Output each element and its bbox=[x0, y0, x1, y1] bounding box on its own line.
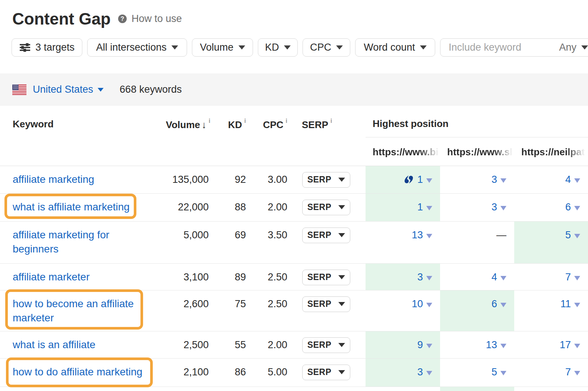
serp-dropdown-button[interactable]: SERP bbox=[302, 172, 350, 188]
chevron-down-icon[interactable] bbox=[426, 276, 432, 280]
position-cell: 13 bbox=[440, 331, 514, 358]
serp-dropdown-button[interactable]: SERP bbox=[302, 296, 350, 312]
chevron-down-icon[interactable] bbox=[574, 371, 580, 375]
position-value[interactable]: 3 bbox=[417, 366, 423, 378]
column-header-highest-position: Highest position bbox=[366, 106, 588, 137]
keyword-link[interactable]: how to do affiliate marketing bbox=[13, 366, 142, 378]
volume-cell: 22,000 bbox=[166, 193, 209, 221]
chevron-down-icon bbox=[98, 88, 104, 92]
word-count-filter-dropdown[interactable]: Word count bbox=[355, 38, 435, 57]
position-value[interactable]: 4 bbox=[565, 174, 571, 185]
table-row: what is an affiliate 2,500 55 2.00 SERP … bbox=[0, 331, 588, 358]
help-icon[interactable]: ? bbox=[118, 15, 127, 23]
position-value[interactable]: 4 bbox=[491, 271, 497, 283]
include-keyword-input[interactable] bbox=[449, 42, 554, 53]
chevron-down-icon[interactable] bbox=[574, 303, 580, 307]
position-cell bbox=[366, 387, 440, 391]
info-icon[interactable]: i bbox=[286, 118, 287, 124]
chevron-down-icon[interactable] bbox=[574, 206, 580, 210]
target-url-header-2[interactable]: https://www.sl bbox=[440, 137, 514, 166]
position-value[interactable]: 6 bbox=[565, 201, 571, 213]
column-header-serp[interactable]: SERPi bbox=[287, 106, 366, 137]
chevron-down-icon[interactable] bbox=[574, 344, 580, 348]
chevron-down-icon[interactable] bbox=[500, 206, 506, 210]
position-value[interactable]: 9 bbox=[417, 339, 423, 350]
position-value[interactable]: 6 bbox=[491, 298, 497, 309]
chevron-down-icon[interactable] bbox=[426, 206, 432, 210]
position-value[interactable]: 7 bbox=[565, 271, 571, 283]
chevron-down-icon bbox=[338, 275, 345, 279]
keyword-link[interactable]: what is affiliate marketing bbox=[13, 201, 130, 213]
chevron-down-icon[interactable] bbox=[500, 371, 506, 375]
position-value[interactable]: 7 bbox=[565, 366, 571, 378]
position-cell: 11 bbox=[514, 290, 588, 331]
kd-cell: 92 bbox=[209, 166, 246, 193]
keyword-link[interactable]: affiliate marketing bbox=[13, 174, 94, 185]
serp-dropdown-button[interactable]: SERP bbox=[302, 270, 350, 285]
chevron-down-icon[interactable] bbox=[426, 234, 432, 238]
chevron-down-icon[interactable] bbox=[574, 178, 580, 183]
chevron-down-icon[interactable] bbox=[426, 303, 432, 307]
position-cell: — bbox=[440, 221, 514, 263]
no-position-dash: — bbox=[496, 229, 506, 241]
how-to-use-link[interactable]: How to use bbox=[132, 13, 182, 25]
page-header: Content Gap ? How to use bbox=[12, 10, 588, 28]
targets-button[interactable]: 3 targets bbox=[12, 38, 82, 57]
kd-cell: 86 bbox=[209, 358, 246, 387]
position-value[interactable]: 3 bbox=[491, 174, 497, 185]
chevron-down-icon[interactable] bbox=[500, 344, 506, 348]
target-url-header-1[interactable]: https://www.bi bbox=[366, 137, 440, 166]
position-cell: 3 bbox=[440, 166, 514, 193]
serp-dropdown-button[interactable]: SERP bbox=[302, 200, 350, 215]
kd-cell: 75 bbox=[209, 290, 246, 331]
cpc-filter-dropdown[interactable]: CPC bbox=[303, 38, 350, 57]
keyword-link[interactable]: how to become an affiliate marketer bbox=[13, 298, 134, 324]
us-flag-icon bbox=[12, 85, 26, 95]
volume-filter-dropdown[interactable]: Volume bbox=[192, 38, 253, 57]
position-value[interactable]: 3 bbox=[417, 271, 423, 283]
column-header-keyword[interactable]: Keyword bbox=[0, 106, 166, 137]
chevron-down-icon[interactable] bbox=[500, 303, 506, 307]
serp-dropdown-button[interactable]: SERP bbox=[302, 365, 350, 380]
keyword-link[interactable]: what is an affiliate bbox=[13, 339, 95, 350]
chevron-down-icon[interactable] bbox=[581, 45, 588, 50]
kd-filter-dropdown[interactable]: KD bbox=[258, 38, 298, 57]
position-value[interactable]: 11 bbox=[560, 298, 571, 309]
cpc-cell: 3.00 bbox=[246, 166, 287, 193]
chevron-down-icon[interactable] bbox=[426, 178, 432, 183]
column-header-cpc[interactable]: CPCi bbox=[246, 106, 287, 137]
position-value[interactable]: 17 bbox=[560, 339, 571, 350]
position-value[interactable]: 13 bbox=[412, 229, 423, 241]
keyword-link[interactable]: affiliate marketer bbox=[13, 271, 89, 283]
chevron-down-icon[interactable] bbox=[500, 178, 506, 183]
column-header-volume[interactable]: Volume↓i bbox=[166, 106, 209, 137]
keyword-link[interactable]: affiliate marketing for beginners bbox=[13, 229, 109, 255]
chevron-down-icon[interactable] bbox=[500, 276, 506, 280]
chevron-down-icon[interactable] bbox=[574, 276, 580, 280]
serp-dropdown-button[interactable]: SERP bbox=[302, 337, 350, 353]
position-value[interactable]: 5 bbox=[565, 229, 571, 241]
position-cell: 10 bbox=[366, 290, 440, 331]
position-value[interactable]: 1 bbox=[417, 201, 423, 213]
chevron-down-icon[interactable] bbox=[574, 234, 580, 238]
chevron-down-icon[interactable] bbox=[426, 344, 432, 348]
volume-cell: 3,100 bbox=[166, 263, 209, 290]
chevron-down-icon[interactable] bbox=[426, 371, 432, 375]
keyword-mode-select[interactable]: Any bbox=[559, 42, 576, 53]
info-icon[interactable]: i bbox=[244, 118, 246, 124]
info-icon[interactable]: i bbox=[209, 118, 210, 124]
chevron-down-icon bbox=[338, 205, 345, 209]
target-url-header-3[interactable]: https://neilpat bbox=[514, 137, 588, 166]
position-value[interactable]: 1 bbox=[417, 174, 423, 185]
position-value[interactable]: 13 bbox=[486, 339, 497, 350]
position-value[interactable]: 5 bbox=[491, 366, 497, 378]
intersections-dropdown[interactable]: All intersections bbox=[87, 38, 187, 57]
targets-button-label: 3 targets bbox=[35, 42, 75, 53]
position-value[interactable]: 10 bbox=[412, 298, 423, 309]
column-header-kd[interactable]: KDi bbox=[209, 106, 246, 137]
cpc-cell: 3.50 bbox=[246, 221, 287, 263]
serp-dropdown-button[interactable]: SERP bbox=[302, 228, 350, 243]
position-value[interactable]: 3 bbox=[491, 201, 497, 213]
country-selector[interactable]: United States bbox=[33, 84, 104, 95]
info-icon[interactable]: i bbox=[331, 118, 332, 124]
